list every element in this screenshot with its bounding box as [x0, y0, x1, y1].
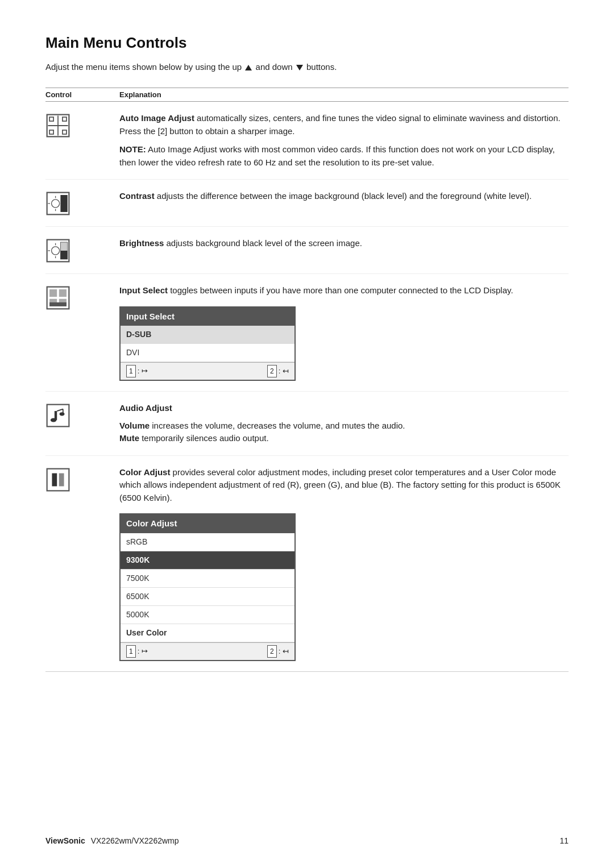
icon-cell — [45, 402, 119, 428]
intro-paragraph: Adjust the menu items shown below by usi… — [45, 62, 569, 72]
svg-rect-13 — [60, 195, 67, 212]
intro-text-end: buttons. — [306, 62, 337, 72]
footer-brand-model: ViewSonic VX2262wm/VX2262wmp — [45, 836, 179, 845]
menu-item-5000k: 5000K — [121, 606, 294, 624]
footer-right-label: : ↤ — [279, 646, 289, 657]
color-adjust-icon — [45, 467, 70, 492]
audio-adjust-heading: Audio Adjust — [119, 403, 172, 413]
color-adjust-explanation: Color Adjust provides several color adju… — [119, 466, 569, 661]
table-row: Color Adjust provides several color adju… — [45, 456, 569, 671]
volume-label: Volume — [119, 421, 150, 430]
input-select-icon — [45, 285, 70, 310]
color-adjust-menu: Color Adjust sRGB 9300K 7500K 6500K 5000… — [119, 513, 296, 661]
col-explanation-header: Explanation — [119, 90, 161, 99]
contrast-explanation: Contrast adjusts the difference between … — [119, 190, 569, 203]
contrast-body: adjusts the difference between the image… — [155, 191, 532, 201]
table-header: Control Explanation — [45, 88, 569, 102]
icon-cell — [45, 190, 119, 216]
auto-image-adjust-icon — [45, 113, 70, 138]
mute-label: Mute — [119, 433, 139, 443]
menu-item-user-color: User Color — [121, 624, 294, 642]
input-select-body: toggles between inputs if you have more … — [168, 285, 513, 295]
intro-text-mid: and down — [256, 62, 293, 72]
icon-cell — [45, 237, 119, 263]
table-row: Auto Image Adjust automatically sizes, c… — [45, 102, 569, 180]
svg-rect-6 — [63, 130, 67, 134]
brightness-term: Brightness — [119, 238, 164, 248]
svg-rect-21 — [60, 251, 67, 259]
table-row: Contrast adjusts the difference between … — [45, 180, 569, 227]
color-adjust-term: Color Adjust — [119, 467, 170, 477]
input-select-menu: Input Select D-SUB DVI 1 : ↦ 2 : ↤ — [119, 306, 296, 381]
table-row: Input Select toggles between inputs if y… — [45, 274, 569, 392]
color-menu-footer-left: 1 : ↦ — [126, 645, 148, 658]
input-select-explanation: Input Select toggles between inputs if y… — [119, 284, 569, 381]
footer-page-number: 11 — [559, 836, 569, 845]
brightness-body: adjusts background black level of the sc… — [164, 238, 362, 248]
audio-adjust-icon — [45, 403, 70, 428]
col-control-header: Control — [45, 90, 119, 99]
footer-left-label: : ↦ — [138, 366, 148, 377]
menu-item-dsub: D-SUB — [121, 326, 294, 344]
footer-num-1: 1 — [126, 645, 136, 658]
arrow-down-icon — [296, 65, 303, 70]
svg-point-8 — [52, 200, 60, 207]
contrast-term: Contrast — [119, 191, 155, 201]
svg-line-31 — [57, 409, 63, 412]
contrast-icon — [45, 191, 70, 216]
footer-right-label: : ↤ — [279, 366, 289, 377]
mute-body: temporarily silences audio output. — [139, 433, 269, 443]
svg-rect-4 — [63, 117, 67, 121]
footer-model: VX2262wm/VX2262wmp — [91, 836, 179, 845]
svg-rect-34 — [47, 468, 69, 491]
icon-cell — [45, 284, 119, 310]
note-body: Auto Image Adjust works with most common… — [119, 144, 555, 167]
color-adjust-menu-title: Color Adjust — [121, 514, 294, 533]
table-body: Auto Image Adjust automatically sizes, c… — [45, 102, 569, 672]
svg-rect-27 — [49, 302, 67, 306]
footer-num-1: 1 — [126, 365, 136, 377]
color-menu-footer-right: 2 : ↤ — [267, 645, 289, 658]
brightness-explanation: Brightness adjusts background black leve… — [119, 237, 569, 250]
page-title: Main Menu Controls — [45, 34, 569, 52]
icon-cell — [45, 112, 119, 138]
menu-footer-right: 2 : ↤ — [267, 365, 289, 377]
svg-point-33 — [60, 412, 65, 416]
auto-image-adjust-explanation: Auto Image Adjust automatically sizes, c… — [119, 112, 569, 169]
volume-body: increases the volume, decreases the volu… — [150, 421, 405, 430]
page-footer: ViewSonic VX2262wm/VX2262wmp 11 — [45, 836, 569, 845]
arrow-up-icon — [245, 65, 252, 70]
menu-item-9300k: 9300K — [121, 551, 294, 570]
color-adjust-body: provides several color adjustment modes,… — [119, 467, 561, 502]
svg-rect-5 — [49, 130, 53, 134]
input-select-term: Input Select — [119, 285, 168, 295]
footer-num-2: 2 — [267, 645, 277, 658]
intro-text-before: Adjust the menu items shown below by usi… — [45, 62, 242, 72]
auto-image-adjust-term: Auto Image Adjust — [119, 113, 194, 123]
menu-item-7500k: 7500K — [121, 570, 294, 588]
audio-adjust-explanation: Audio Adjust Volume increases the volume… — [119, 402, 569, 445]
table-row: Audio Adjust Volume increases the volume… — [45, 392, 569, 456]
input-select-menu-title: Input Select — [121, 308, 294, 326]
menu-footer-left: 1 : ↦ — [126, 365, 148, 377]
svg-rect-28 — [47, 405, 69, 427]
svg-rect-3 — [49, 117, 53, 121]
menu-item-6500k: 6500K — [121, 588, 294, 606]
menu-footer: 1 : ↦ 2 : ↤ — [121, 362, 294, 380]
menu-item-dvi: DVI — [121, 344, 294, 362]
svg-point-15 — [52, 247, 60, 255]
footer-brand: ViewSonic — [45, 836, 85, 845]
table-row: Brightness adjusts background black leve… — [45, 227, 569, 274]
svg-rect-24 — [59, 289, 67, 297]
icon-cell — [45, 466, 119, 492]
note-label: NOTE: — [119, 144, 146, 154]
brightness-icon — [45, 238, 70, 263]
svg-point-30 — [51, 418, 57, 422]
svg-rect-23 — [49, 289, 57, 297]
footer-left-label: : ↦ — [138, 646, 148, 657]
color-menu-footer: 1 : ↦ 2 : ↤ — [121, 642, 294, 660]
svg-rect-35 — [52, 473, 57, 486]
svg-rect-36 — [59, 473, 64, 486]
footer-num-2: 2 — [267, 365, 277, 377]
menu-item-srgb: sRGB — [121, 533, 294, 551]
